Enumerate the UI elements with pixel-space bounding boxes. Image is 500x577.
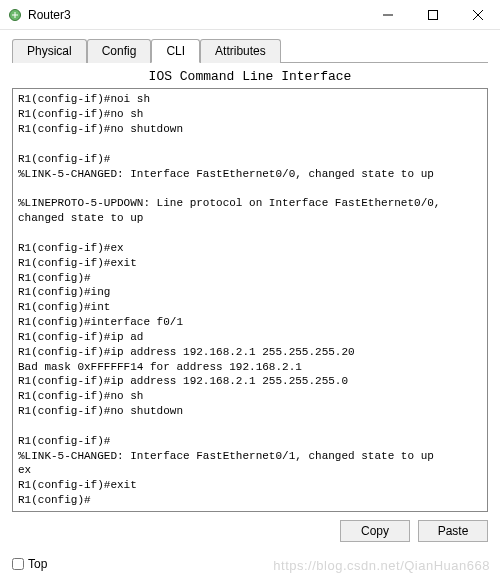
terminal-frame: R1(config)#int R1(config)#interface f0/0…: [12, 88, 488, 512]
watermark: https://blog.csdn.net/QianHuan668: [273, 558, 490, 573]
cli-heading: IOS Command Line Interface: [12, 63, 488, 88]
window-controls: [365, 0, 500, 29]
window-title: Router3: [28, 8, 365, 22]
svg-rect-2: [428, 10, 437, 19]
action-row: Copy Paste: [12, 520, 488, 542]
content-area: Physical Config CLI Attributes IOS Comma…: [0, 30, 500, 548]
tab-cli[interactable]: CLI: [151, 39, 200, 63]
footer-top-checkbox[interactable]: Top: [12, 557, 47, 571]
tab-attributes[interactable]: Attributes: [200, 39, 281, 63]
router-icon: [8, 8, 22, 22]
top-label: Top: [28, 557, 47, 571]
tab-config[interactable]: Config: [87, 39, 152, 63]
top-checkbox[interactable]: [12, 558, 24, 570]
copy-button[interactable]: Copy: [340, 520, 410, 542]
tab-physical[interactable]: Physical: [12, 39, 87, 63]
close-button[interactable]: [455, 0, 500, 29]
maximize-button[interactable]: [410, 0, 455, 29]
titlebar: Router3: [0, 0, 500, 30]
tab-bar: Physical Config CLI Attributes: [12, 38, 488, 63]
cli-terminal[interactable]: R1(config)#int R1(config)#interface f0/0…: [14, 90, 486, 510]
minimize-button[interactable]: [365, 0, 410, 29]
paste-button[interactable]: Paste: [418, 520, 488, 542]
